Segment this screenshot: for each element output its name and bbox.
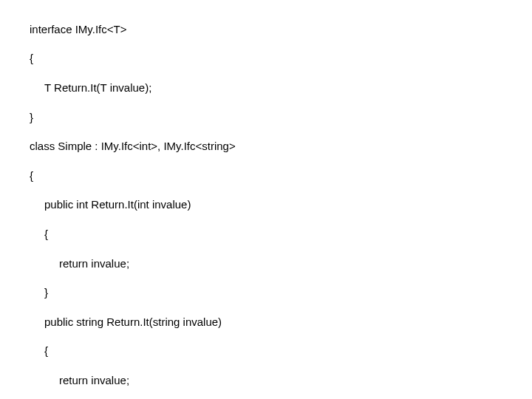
code-line: {: [30, 344, 532, 358]
code-line: {: [30, 168, 532, 183]
code-line: {: [30, 227, 532, 242]
code-line: return invalue;: [30, 256, 532, 271]
code-line: public string Return.It(string invalue): [30, 315, 532, 330]
code-line: T Return.It(T invalue);: [30, 81, 532, 95]
code-block: interface IMy.Ifc<T> { T Return.It(T inv…: [0, 0, 532, 399]
code-line: class Simple : IMy.Ifc<int>, IMy.Ifc<str…: [30, 139, 532, 154]
code-line: }: [30, 110, 532, 125]
code-line: interface IMy.Ifc<T>: [30, 22, 532, 37]
code-line: }: [30, 285, 532, 300]
code-line: public int Return.It(int invalue): [30, 197, 532, 212]
code-line: return invalue;: [30, 373, 532, 388]
code-line: {: [30, 51, 532, 66]
